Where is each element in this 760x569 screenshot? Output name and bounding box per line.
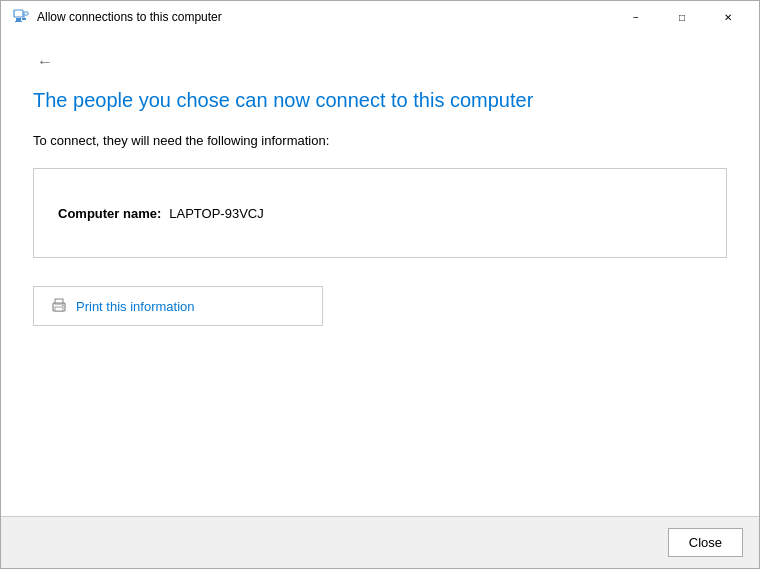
back-arrow-icon: ← [37,53,53,71]
main-window: Allow connections to this computer − □ ✕… [0,0,760,569]
svg-rect-2 [15,21,22,22]
computer-name-label: Computer name: [58,206,161,221]
close-button[interactable]: Close [668,528,743,557]
maximize-button[interactable]: □ [659,1,705,33]
window-icon [13,9,29,25]
svg-rect-1 [16,18,21,21]
svg-rect-3 [24,12,28,15]
title-bar-controls: − □ ✕ [613,1,751,33]
computer-name-value: LAPTOP-93VCJ [169,206,263,221]
window-title: Allow connections to this computer [37,10,222,24]
info-box: Computer name: LAPTOP-93VCJ [33,168,727,258]
print-button[interactable]: Print this information [33,286,323,326]
window-close-button[interactable]: ✕ [705,1,751,33]
svg-point-9 [62,305,64,307]
footer: Close [1,516,759,568]
svg-rect-0 [14,10,23,17]
back-button[interactable]: ← [33,49,57,75]
page-heading: The people you chose can now connect to … [33,87,727,113]
svg-rect-7 [55,307,63,311]
computer-name-row: Computer name: LAPTOP-93VCJ [58,206,264,221]
svg-rect-5 [22,18,26,20]
content-area: ← The people you chose can now connect t… [1,33,759,516]
print-icon [50,297,68,315]
minimize-button[interactable]: − [613,1,659,33]
title-bar-left: Allow connections to this computer [13,9,222,25]
back-button-row: ← [33,49,727,75]
print-button-label: Print this information [76,299,195,314]
page-subtitle: To connect, they will need the following… [33,133,727,148]
title-bar: Allow connections to this computer − □ ✕ [1,1,759,33]
